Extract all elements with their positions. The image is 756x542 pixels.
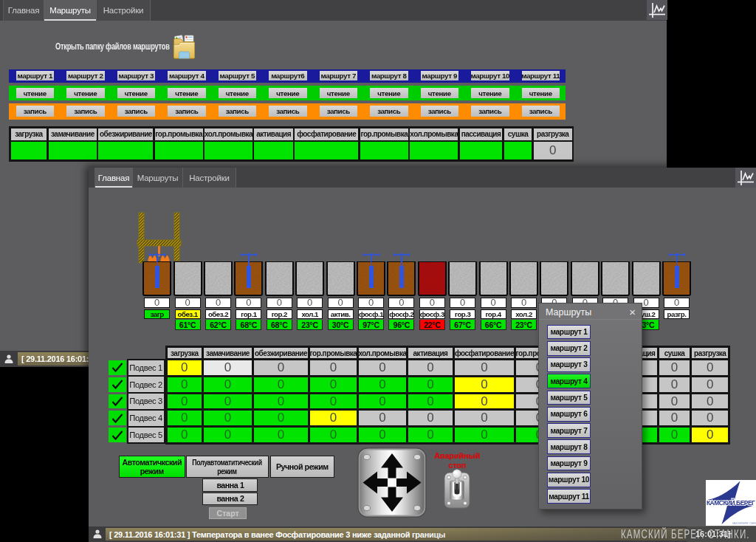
tab-Маршруты[interactable]: Маршруты bbox=[44, 0, 97, 21]
grid-cell[interactable]: 0 bbox=[204, 377, 252, 392]
route-button-11[interactable]: маршрут 11 bbox=[522, 71, 560, 80]
grid-cell[interactable]: 0 bbox=[692, 360, 729, 375]
grid-cell[interactable]: 0 bbox=[359, 360, 406, 375]
grid-cell[interactable]: 0 bbox=[168, 377, 202, 392]
grid-cell[interactable]: 0 bbox=[359, 377, 406, 392]
write-button-7[interactable]: запись bbox=[320, 106, 358, 117]
route-button-2[interactable]: маршрут 2 bbox=[66, 71, 105, 80]
popup-route-3[interactable]: маршрут 3 bbox=[547, 357, 591, 372]
route-button-6[interactable]: маршрут6 bbox=[269, 71, 307, 80]
popup-route-6[interactable]: маршрут 6 bbox=[547, 407, 591, 422]
grid-cell[interactable]: 0 bbox=[254, 428, 308, 442]
tab-Настройки[interactable]: Настройки bbox=[183, 168, 236, 188]
tank-актив.[interactable] bbox=[326, 261, 355, 296]
grid-cell[interactable]: 0 bbox=[408, 428, 453, 442]
tab-Настройки[interactable]: Настройки bbox=[97, 0, 151, 21]
read-button-2[interactable]: чтение bbox=[66, 88, 105, 99]
folder-icon[interactable] bbox=[173, 35, 196, 64]
read-button-10[interactable]: чтение bbox=[471, 88, 509, 99]
grid-cell[interactable]: 0 bbox=[692, 428, 729, 442]
grid-cell[interactable]: 0 bbox=[455, 428, 514, 442]
grid-cell[interactable]: 0 bbox=[659, 428, 690, 442]
tank-пас.2[interactable] bbox=[571, 261, 599, 296]
popup-route-11[interactable]: маршрут 11 bbox=[547, 489, 591, 504]
popup-route-2[interactable]: маршрут 2 bbox=[547, 341, 591, 356]
tank-гор.4[interactable] bbox=[479, 261, 508, 296]
row-check-5[interactable] bbox=[109, 428, 126, 442]
grid-cell[interactable]: 0 bbox=[408, 411, 453, 425]
tab-Главная[interactable]: Главная bbox=[3, 0, 44, 21]
grid-cell[interactable]: 0 bbox=[659, 360, 690, 375]
route-button-3[interactable]: маршрут 3 bbox=[117, 71, 156, 80]
grid-cell[interactable]: 0 bbox=[168, 428, 202, 442]
mode-button-3[interactable]: Ручной режим bbox=[270, 456, 335, 478]
grid-cell[interactable]: 0 bbox=[204, 428, 252, 442]
grid-cell[interactable]: 0 bbox=[359, 428, 406, 442]
tank-обез.2[interactable] bbox=[204, 261, 233, 296]
dpad-arrows[interactable] bbox=[357, 447, 427, 521]
grid-cell[interactable]: 0 bbox=[359, 411, 406, 425]
read-button-11[interactable]: чтение bbox=[522, 88, 560, 99]
grid-cell[interactable]: 0 bbox=[692, 377, 729, 392]
grid-cell[interactable]: 0 bbox=[408, 394, 453, 409]
grid-cell[interactable]: 0 bbox=[659, 411, 690, 425]
read-button-4[interactable]: чтение bbox=[168, 88, 206, 99]
row-check-2[interactable] bbox=[109, 377, 126, 392]
grid-cell[interactable]: 0 bbox=[254, 377, 308, 392]
tank-хол.1[interactable] bbox=[295, 261, 324, 296]
grid-cell[interactable]: 0 bbox=[310, 377, 357, 392]
grid-cell[interactable]: 0 bbox=[659, 394, 690, 409]
write-button-4[interactable]: запись bbox=[168, 106, 206, 117]
grid-cell[interactable]: 0 bbox=[692, 394, 729, 409]
row-check-1[interactable] bbox=[109, 360, 126, 375]
read-button-7[interactable]: чтение bbox=[320, 88, 358, 99]
row-check-4[interactable] bbox=[109, 411, 126, 425]
row-check-3[interactable] bbox=[109, 394, 126, 409]
mode-button-1[interactable]: Автоматичкскийрежим bbox=[119, 456, 185, 478]
grid-cell[interactable]: 0 bbox=[204, 411, 252, 425]
grid-cell[interactable]: 0 bbox=[254, 411, 308, 425]
trend-chart-icon[interactable] bbox=[735, 168, 756, 188]
bath2-button[interactable]: ванна 2 bbox=[202, 493, 258, 505]
route-button-10[interactable]: маршрут 10 bbox=[471, 71, 509, 80]
tank-хол.2[interactable] bbox=[509, 261, 538, 296]
write-button-3[interactable]: запись bbox=[117, 106, 156, 117]
write-button-6[interactable]: запись bbox=[269, 106, 307, 117]
popup-route-4[interactable]: маршрут 4 bbox=[547, 374, 591, 388]
grid-cell[interactable]: 0 bbox=[310, 360, 357, 375]
read-button-5[interactable]: чтение bbox=[219, 88, 257, 99]
tank-суш.2[interactable] bbox=[632, 261, 661, 296]
read-button-6[interactable]: чтение bbox=[269, 88, 307, 99]
grid-cell[interactable]: 0 bbox=[310, 411, 357, 425]
grid-cell[interactable]: 0 bbox=[455, 377, 514, 392]
tank-гор.2[interactable] bbox=[265, 261, 294, 296]
route-button-9[interactable]: маршрут 9 bbox=[421, 71, 459, 80]
route-button-5[interactable]: маршрут 5 bbox=[219, 71, 257, 80]
grid-cell[interactable]: 0 bbox=[168, 360, 202, 375]
read-button-8[interactable]: чтение bbox=[370, 88, 408, 99]
tank-суш.1[interactable] bbox=[601, 261, 630, 296]
write-button-2[interactable]: запись bbox=[66, 106, 105, 117]
grid-cell[interactable]: 0 bbox=[408, 377, 453, 392]
toggle-switch[interactable] bbox=[443, 467, 471, 513]
trend-chart-icon[interactable] bbox=[647, 0, 667, 20]
bath1-button[interactable]: ванна 1 bbox=[202, 478, 258, 492]
grid-cell[interactable]: 0 bbox=[254, 360, 308, 375]
grid-cell[interactable]: 0 bbox=[408, 360, 453, 375]
write-button-8[interactable]: запись bbox=[370, 106, 408, 117]
route-button-4[interactable]: маршрут 4 bbox=[168, 71, 206, 80]
route-button-7[interactable]: маршрут 7 bbox=[320, 71, 358, 80]
popup-route-10[interactable]: маршрут 10 bbox=[547, 473, 591, 487]
grid-cell[interactable]: 0 bbox=[692, 411, 729, 425]
grid-cell[interactable]: 0 bbox=[659, 377, 690, 392]
grid-cell[interactable]: 0 bbox=[168, 411, 202, 425]
tank-гор.3[interactable] bbox=[448, 261, 477, 296]
popup-route-9[interactable]: маршрут 9 bbox=[547, 456, 591, 471]
tank-фосф.3[interactable] bbox=[418, 261, 447, 296]
popup-route-8[interactable]: маршрут 8 bbox=[547, 439, 591, 454]
popup-route-1[interactable]: маршрут 1 bbox=[547, 325, 591, 340]
grid-cell[interactable]: 0 bbox=[455, 394, 514, 409]
start-button[interactable]: Старт bbox=[209, 507, 247, 520]
mode-button-2[interactable]: Полуавтоматитическийрежим bbox=[186, 456, 269, 478]
write-button-10[interactable]: запись bbox=[471, 106, 509, 117]
